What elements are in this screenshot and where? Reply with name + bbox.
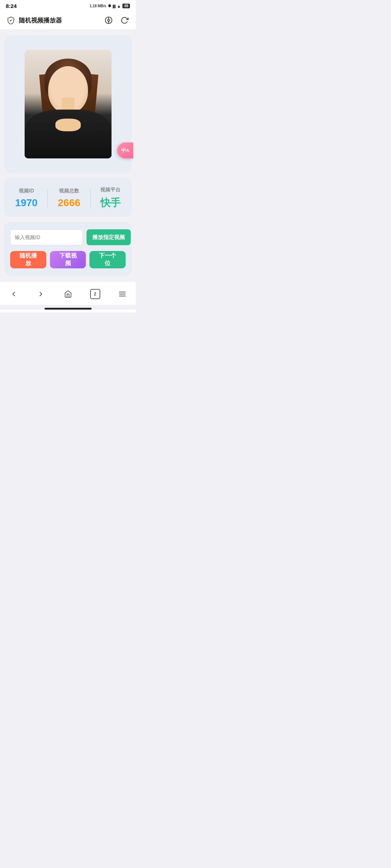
translate-button[interactable]: 中A bbox=[117, 142, 133, 158]
hands bbox=[55, 119, 81, 131]
forward-button[interactable] bbox=[33, 286, 49, 302]
status-time: 8:24 bbox=[6, 3, 17, 9]
video-id-item: 视频ID 1970 bbox=[15, 188, 38, 209]
tabs-badge: 2 bbox=[90, 289, 100, 299]
app-title: 随机视频播放器 bbox=[19, 16, 103, 25]
random-play-button[interactable]: 随机播放 bbox=[10, 251, 46, 268]
video-platform-value: 快手 bbox=[100, 196, 121, 210]
bluetooth-icon: ✱ bbox=[108, 4, 111, 8]
shield-icon bbox=[6, 15, 16, 25]
video-total-label: 视频总数 bbox=[59, 188, 79, 194]
status-icons: 1.18 MB/s ✱ |||| ▲ 49 bbox=[90, 4, 130, 8]
video-id-label: 视频ID bbox=[19, 188, 34, 194]
translate-label: 中A bbox=[121, 147, 129, 154]
app-header: 随机视频播放器 bbox=[0, 11, 136, 30]
video-platform-item: 视频平台 快手 bbox=[100, 187, 121, 210]
bottom-nav: 2 bbox=[0, 281, 136, 305]
controls-row-1: 播放指定视频 bbox=[10, 229, 126, 245]
music-icon-btn[interactable] bbox=[103, 15, 114, 26]
battery-icon: 49 bbox=[122, 4, 130, 8]
refresh-icon-btn[interactable] bbox=[119, 15, 130, 26]
main-content: 中A 视频ID 1970 视频总数 2666 视频平台 快手 bbox=[0, 30, 136, 281]
tabs-button[interactable]: 2 bbox=[87, 286, 103, 302]
back-button[interactable] bbox=[6, 286, 22, 302]
video-id-value: 1970 bbox=[15, 197, 38, 209]
video-total-value: 2666 bbox=[58, 197, 80, 209]
video-total-item: 视频总数 2666 bbox=[58, 188, 80, 209]
next-button[interactable]: 下一个位 bbox=[89, 251, 126, 268]
signal-icon: |||| bbox=[113, 4, 115, 8]
play-specified-button[interactable]: 播放指定视频 bbox=[87, 229, 131, 245]
info-card: 视频ID 1970 视频总数 2666 视频平台 快手 bbox=[4, 178, 131, 217]
video-thumbnail[interactable] bbox=[25, 50, 112, 158]
header-actions bbox=[103, 15, 130, 26]
menu-button[interactable] bbox=[114, 286, 130, 302]
controls-row-2: 随机播放 下载视频 下一个位 bbox=[10, 251, 126, 268]
divider-2 bbox=[90, 189, 91, 207]
wifi-icon: ▲ bbox=[117, 4, 121, 8]
video-platform-label: 视频平台 bbox=[100, 187, 121, 193]
video-id-input[interactable] bbox=[10, 229, 83, 245]
network-speed: 1.18 MB/s bbox=[90, 4, 106, 8]
divider-1 bbox=[47, 189, 48, 207]
video-card: 中A bbox=[4, 35, 131, 173]
home-button[interactable] bbox=[60, 286, 76, 302]
controls-card: 播放指定视频 随机播放 下载视频 下一个位 bbox=[4, 222, 131, 276]
body bbox=[25, 110, 112, 158]
svg-point-1 bbox=[108, 19, 110, 21]
download-button[interactable]: 下载视频 bbox=[50, 251, 86, 268]
person-figure bbox=[25, 50, 112, 158]
status-bar: 8:24 1.18 MB/s ✱ |||| ▲ 49 bbox=[0, 0, 136, 11]
